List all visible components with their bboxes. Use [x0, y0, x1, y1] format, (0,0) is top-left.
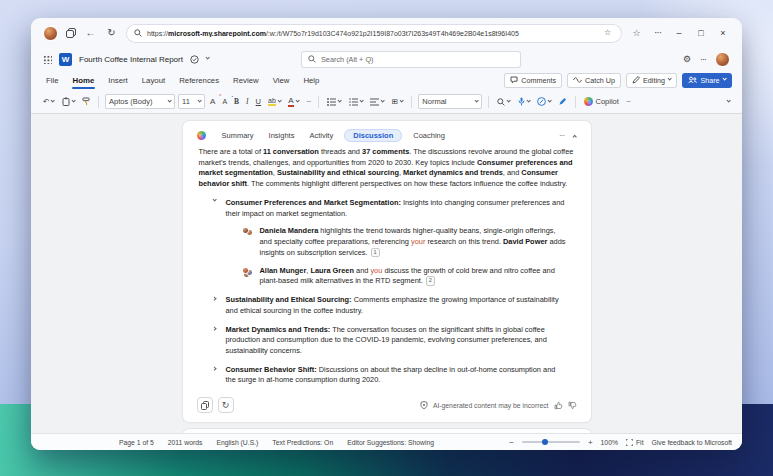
bookmark-icon[interactable]: ☆: [601, 29, 614, 37]
app-launcher-icon[interactable]: [43, 55, 52, 64]
font-size-select[interactable]: 11: [178, 94, 205, 109]
avatar: [242, 227, 249, 234]
bullets-button[interactable]: [325, 97, 343, 107]
menu-item-file[interactable]: File: [39, 70, 66, 90]
mention-text[interactable]: you: [370, 266, 382, 275]
status-english-u-s-[interactable]: English (U.S.): [216, 439, 258, 446]
zoom-out-button[interactable]: −: [509, 438, 514, 447]
menu-bar: FileHomeInsertLayoutReferencesReviewView…: [31, 70, 742, 90]
insert-table-button[interactable]: ⊞: [390, 96, 406, 107]
header-more-icon[interactable]: ···: [700, 55, 706, 64]
gear-icon[interactable]: ⚙: [683, 55, 691, 64]
bold-button[interactable]: B: [232, 96, 241, 107]
style-select[interactable]: Normal: [418, 94, 482, 109]
editing-mode-button[interactable]: Editing: [626, 73, 677, 88]
search-icon: [134, 29, 142, 37]
paste-button[interactable]: [60, 96, 77, 107]
card-more-icon[interactable]: ···: [559, 131, 564, 140]
document-title[interactable]: Fourth Coffee Internal Report: [79, 55, 183, 64]
status-page-1-of-5[interactable]: Page 1 of 5: [119, 439, 154, 446]
italic-button[interactable]: I: [244, 96, 251, 107]
back-icon[interactable]: ←: [84, 28, 97, 38]
undo-button[interactable]: ↶: [41, 96, 57, 107]
search-input[interactable]: Search (Alt + Q): [301, 51, 521, 68]
font-name-select[interactable]: Aptos (Body): [105, 94, 175, 109]
format-painter-button[interactable]: [80, 96, 92, 107]
thumbs-up-icon[interactable]: [554, 401, 563, 410]
menu-item-help[interactable]: Help: [296, 70, 326, 90]
zoom-slider-thumb[interactable]: [542, 439, 548, 445]
menu-item-references[interactable]: References: [172, 70, 226, 90]
menu-item-home[interactable]: Home: [66, 70, 102, 90]
collapse-ribbon-button[interactable]: [725, 100, 732, 103]
ai-disclaimer: AI-generated content may be incorrect: [433, 402, 549, 409]
saved-status-icon[interactable]: [190, 55, 199, 64]
shrink-font-button[interactable]: A: [220, 97, 229, 106]
menu-item-insert[interactable]: Insert: [101, 70, 135, 90]
zoom-slider[interactable]: [522, 441, 580, 443]
catch-up-button[interactable]: Catch Up: [567, 73, 621, 88]
regenerate-icon: ↻: [222, 400, 230, 410]
title-chevron-down-icon[interactable]: [205, 56, 210, 61]
status-2011-words[interactable]: 2011 words: [168, 439, 203, 446]
chevron-right-icon[interactable]: [211, 365, 220, 386]
address-bar[interactable]: https://microsoft-my.sharepoint.com/:w:/…: [126, 24, 622, 43]
browser-menu-icon[interactable]: ···: [651, 28, 664, 38]
search-placeholder: Search (Alt + Q): [321, 55, 374, 64]
browser-profile-avatar[interactable]: [43, 26, 58, 41]
citation-chip[interactable]: 1: [371, 248, 380, 257]
numbering-button[interactable]: [347, 97, 365, 107]
copilot-button[interactable]: Copilot: [582, 96, 620, 107]
catch-up-icon: [573, 77, 582, 83]
menu-item-view[interactable]: View: [266, 70, 297, 90]
copilot-tab-coaching[interactable]: Coaching: [409, 129, 449, 142]
font-color-button[interactable]: A: [286, 96, 301, 108]
document-canvas[interactable]: SummaryInsightsActivityDiscussionCoachin…: [31, 114, 742, 433]
thumbs-down-icon[interactable]: [568, 401, 577, 410]
people-icon: [688, 76, 697, 84]
regenerate-button[interactable]: ↻: [218, 397, 234, 413]
copy-button[interactable]: [197, 397, 213, 413]
status-editor-suggestions[interactable]: Editor Suggestions: Showing: [347, 439, 434, 446]
favorites-icon[interactable]: ☆: [630, 29, 643, 38]
account-avatar[interactable]: [715, 52, 730, 67]
close-button[interactable]: ×: [716, 28, 730, 38]
copilot-tab-summary[interactable]: Summary: [218, 129, 258, 142]
minimize-button[interactable]: –: [672, 28, 686, 38]
status-text-predictions[interactable]: Text Predictions: On: [272, 439, 333, 446]
zoom-in-button[interactable]: +: [588, 438, 593, 447]
comments-button[interactable]: Comments: [504, 73, 562, 88]
text-highlight-button[interactable]: ab: [266, 96, 283, 107]
editor-button[interactable]: [535, 96, 553, 107]
zoom-level[interactable]: 100%: [601, 439, 618, 446]
grow-font-button[interactable]: A: [208, 96, 217, 107]
refresh-icon[interactable]: ↻: [105, 28, 118, 38]
more-font-options-icon[interactable]: ···: [304, 96, 313, 107]
citation-chip[interactable]: 2: [426, 276, 435, 285]
draw-button[interactable]: [556, 96, 569, 107]
text-segment: 11 conversation: [263, 147, 319, 156]
find-button[interactable]: [495, 97, 512, 107]
collapse-card-icon[interactable]: [572, 134, 577, 139]
copilot-tab-discussion[interactable]: Discussion: [344, 129, 402, 142]
chevron-down-icon[interactable]: [211, 198, 220, 219]
copilot-tab-activity[interactable]: Activity: [305, 129, 337, 142]
dictate-button[interactable]: [516, 96, 532, 107]
browser-toolbar: ← ↻ https://microsoft-my.sharepoint.com/…: [31, 18, 742, 48]
word-logo[interactable]: W: [59, 53, 72, 66]
maximize-button[interactable]: □: [694, 28, 708, 38]
menu-item-layout[interactable]: Layout: [135, 70, 172, 90]
feedback-link[interactable]: Give feedback to Microsoft: [652, 439, 732, 446]
chevron-right-icon[interactable]: [211, 295, 220, 316]
chevron-right-icon[interactable]: [211, 325, 220, 357]
workspaces-icon[interactable]: [66, 28, 76, 38]
ribbon-more-icon[interactable]: ···: [624, 96, 633, 107]
underline-button[interactable]: U: [254, 96, 263, 107]
copilot-tab-insights[interactable]: Insights: [265, 129, 299, 142]
mention-text[interactable]: your: [411, 237, 425, 246]
share-button[interactable]: Share: [682, 73, 732, 88]
align-button[interactable]: [368, 97, 386, 107]
menu-item-review[interactable]: Review: [226, 70, 266, 90]
fit-button[interactable]: Fit: [626, 439, 644, 446]
search-icon: [308, 55, 316, 63]
